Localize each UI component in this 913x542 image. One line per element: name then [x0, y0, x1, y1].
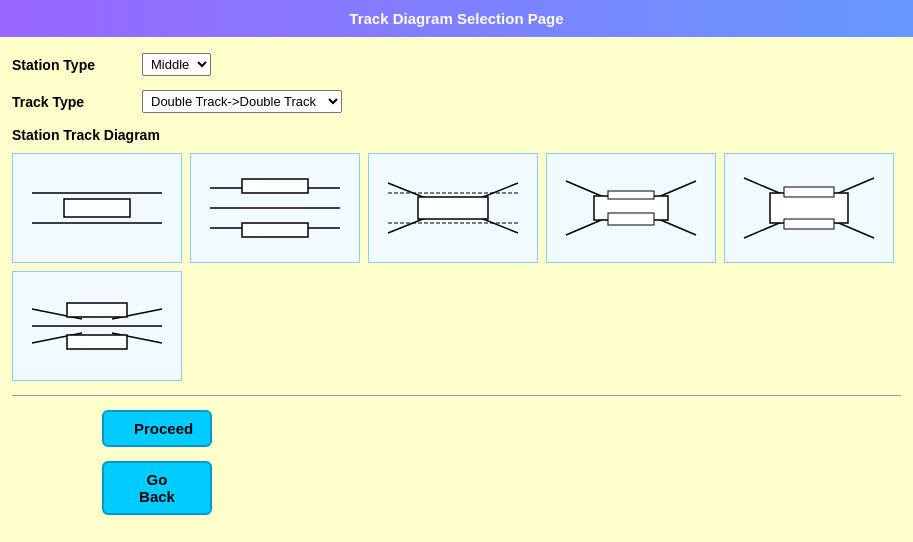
- diagram-cell-5[interactable]: [724, 153, 894, 263]
- station-type-row: Station Type Start Middle End: [12, 53, 901, 76]
- go-back-button[interactable]: Go Back: [102, 461, 212, 515]
- action-buttons-group: Proceed Go Back: [12, 410, 901, 515]
- diagram-cell-2[interactable]: [190, 153, 360, 263]
- track-type-row: Track Type Double Track->Double Track Si…: [12, 90, 901, 113]
- diagram-cell-4[interactable]: [546, 153, 716, 263]
- diagram-cell-6[interactable]: [12, 271, 182, 381]
- diagram-section-title: Station Track Diagram: [12, 127, 901, 143]
- svg-rect-2: [64, 199, 130, 217]
- station-type-select[interactable]: Start Middle End: [142, 53, 211, 76]
- diagram-grid: [12, 153, 901, 381]
- svg-rect-27: [784, 187, 834, 197]
- page-title: Track Diagram Selection Page: [349, 10, 563, 27]
- track-type-label: Track Type: [12, 94, 142, 110]
- svg-rect-20: [608, 213, 654, 225]
- track-type-select[interactable]: Double Track->Double Track Single Track-…: [142, 90, 342, 113]
- svg-rect-12: [418, 197, 488, 219]
- svg-rect-34: [67, 335, 127, 349]
- page-header: Track Diagram Selection Page: [0, 0, 913, 37]
- section-divider: [12, 395, 901, 396]
- proceed-button[interactable]: Proceed: [102, 410, 212, 447]
- svg-rect-5: [242, 179, 308, 193]
- svg-rect-33: [67, 303, 127, 317]
- station-type-label: Station Type: [12, 57, 142, 73]
- svg-rect-21: [608, 191, 654, 199]
- svg-rect-6: [242, 223, 308, 237]
- svg-rect-28: [784, 219, 834, 229]
- diagram-cell-1[interactable]: [12, 153, 182, 263]
- diagram-cell-3[interactable]: [368, 153, 538, 263]
